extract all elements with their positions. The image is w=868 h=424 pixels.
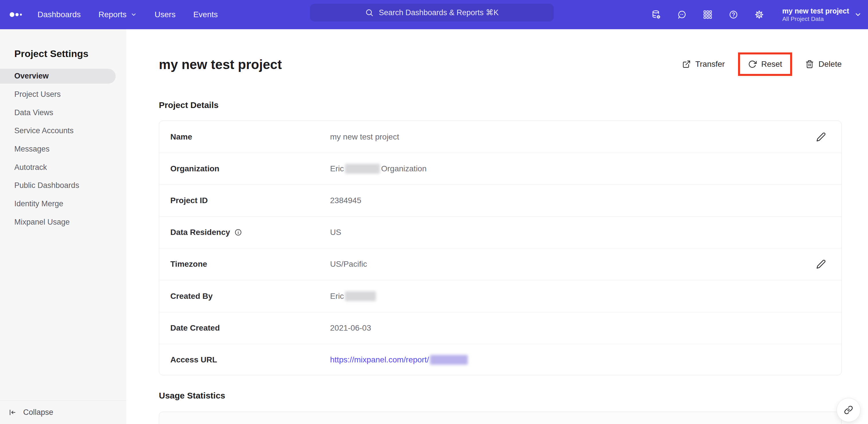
edit-name-pencil-icon[interactable] <box>816 132 826 142</box>
row-label-text: Name <box>170 132 192 142</box>
table-row-organization: Organization Eric Organization <box>159 153 841 185</box>
feedback-icon[interactable] <box>677 10 687 20</box>
nav-item-label: Events <box>193 10 218 19</box>
search-icon <box>365 8 374 17</box>
top-navigation: Dashboards Reports Users Events Search D… <box>0 0 868 29</box>
table-row-data-residency: Data Residency US <box>159 216 841 248</box>
row-label-text: Date Created <box>170 323 220 333</box>
project-details-card: Name my new test project Organization Er… <box>159 121 842 375</box>
collapse-icon <box>8 408 16 416</box>
nav-item-dashboards[interactable]: Dashboards <box>37 10 81 19</box>
row-label-text: Project ID <box>170 196 208 205</box>
chevron-down-icon <box>854 11 862 18</box>
sidebar-item-overview[interactable]: Overview <box>0 67 126 85</box>
transfer-button[interactable]: Transfer <box>682 60 725 69</box>
sidebar-item-label: Project Users <box>14 90 61 99</box>
row-value: Eric <box>330 291 826 301</box>
delete-button[interactable]: Delete <box>805 60 842 69</box>
table-row-date-created: Date Created 2021-06-03 <box>159 312 841 344</box>
sidebar-item-label: Overview <box>14 72 49 81</box>
row-value: 2021-06-03 <box>330 323 826 333</box>
row-value: US <box>330 228 826 237</box>
row-label: Date Created <box>170 323 330 333</box>
sidebar-title: Project Settings <box>14 48 89 59</box>
nav-item-label: Users <box>155 10 176 19</box>
row-label: Data Residency <box>170 228 330 237</box>
project-switcher-name: my new test project <box>782 7 849 15</box>
sidebar-item-project-users[interactable]: Project Users <box>0 85 126 104</box>
row-label-text: Created By <box>170 292 213 301</box>
row-label: Project ID <box>170 196 330 205</box>
reset-button[interactable]: Reset <box>748 60 782 69</box>
mixpanel-logo[interactable] <box>8 0 27 29</box>
sidebar-item-label: Public Dashboards <box>14 181 79 190</box>
access-url-link[interactable]: https://mixpanel.com/report/ <box>330 355 429 364</box>
usage-statistics-card <box>159 412 842 424</box>
section-title-usage-statistics: Usage Statistics <box>159 391 225 400</box>
row-value-text: Eric <box>330 292 344 301</box>
row-label: Access URL <box>170 355 330 364</box>
sidebar-item-mixpanel-usage[interactable]: Mixpanel Usage <box>0 213 126 231</box>
info-icon[interactable] <box>234 228 242 236</box>
sidebar-item-label: Mixpanel Usage <box>14 218 70 227</box>
redacted-text <box>430 355 468 365</box>
row-value-text: Eric <box>330 164 344 173</box>
row-value: US/Pacific <box>330 259 816 269</box>
nav-item-label: Reports <box>98 10 127 19</box>
sidebar-item-data-views[interactable]: Data Views <box>0 104 126 122</box>
row-value-text: 2384945 <box>330 196 361 205</box>
project-switcher[interactable]: my new test project All Project Data <box>782 7 862 22</box>
sidebar-item-label: Identity Merge <box>14 199 63 208</box>
sidebar-item-messages[interactable]: Messages <box>0 140 126 159</box>
refresh-icon <box>748 60 757 68</box>
row-value-text: US <box>330 228 341 237</box>
sidebar-item-label: Autotrack <box>14 163 47 172</box>
redacted-text <box>345 291 376 301</box>
transfer-label: Transfer <box>695 60 725 69</box>
table-row-created-by: Created By Eric <box>159 280 841 312</box>
help-icon[interactable] <box>728 10 738 20</box>
settings-sidebar: Project Settings Overview Project Users … <box>0 29 126 424</box>
row-value: https://mixpanel.com/report/ <box>330 355 826 365</box>
sidebar-collapse-button[interactable]: Collapse <box>0 400 126 424</box>
row-label-text: Organization <box>170 164 219 173</box>
collapse-label: Collapse <box>23 408 53 417</box>
reset-annotation-highlight: Reset <box>738 52 792 76</box>
sidebar-item-identity-merge[interactable]: Identity Merge <box>0 195 126 213</box>
delete-label: Delete <box>818 60 842 69</box>
section-title-project-details: Project Details <box>159 100 218 110</box>
sidebar-item-service-accounts[interactable]: Service Accounts <box>0 122 126 140</box>
edit-timezone-pencil-icon[interactable] <box>816 259 826 269</box>
main-content: my new test project Transfer Reset <box>126 29 868 424</box>
sidebar-item-autotrack[interactable]: Autotrack <box>0 158 126 176</box>
data-management-icon[interactable] <box>651 10 661 20</box>
row-value: Eric Organization <box>330 164 826 174</box>
row-label: Timezone <box>170 259 330 269</box>
row-label: Name <box>170 132 330 142</box>
project-switcher-meta: my new test project All Project Data <box>782 7 849 22</box>
chevron-down-icon <box>130 11 137 18</box>
sidebar-nav: Overview Project Users Data Views Servic… <box>0 67 126 231</box>
redacted-text <box>345 164 380 174</box>
sidebar-item-label: Messages <box>14 145 50 153</box>
table-row-project-id: Project ID 2384945 <box>159 185 841 216</box>
copy-link-button[interactable] <box>837 398 861 422</box>
nav-item-events[interactable]: Events <box>193 10 218 19</box>
sidebar-item-label: Data Views <box>14 108 53 117</box>
search-input[interactable]: Search Dashboards & Reports ⌘K <box>310 4 554 22</box>
reset-label: Reset <box>761 60 782 69</box>
row-label-text: Data Residency <box>170 228 230 237</box>
search-placeholder: Search Dashboards & Reports ⌘K <box>379 8 499 17</box>
trash-icon <box>805 60 814 68</box>
nav-item-reports[interactable]: Reports <box>98 10 137 19</box>
sidebar-item-public-dashboards[interactable]: Public Dashboards <box>0 176 126 195</box>
settings-icon[interactable] <box>754 10 764 20</box>
row-value-text: 2021-06-03 <box>330 323 371 333</box>
row-value-text: Organization <box>381 164 427 173</box>
sidebar-item-label: Service Accounts <box>14 126 73 135</box>
row-value-text: US/Pacific <box>330 259 367 269</box>
row-value: my new test project <box>330 132 816 142</box>
nav-item-users[interactable]: Users <box>155 10 176 19</box>
project-actions: Transfer Reset Delete <box>682 52 842 76</box>
apps-grid-icon[interactable] <box>703 10 713 20</box>
